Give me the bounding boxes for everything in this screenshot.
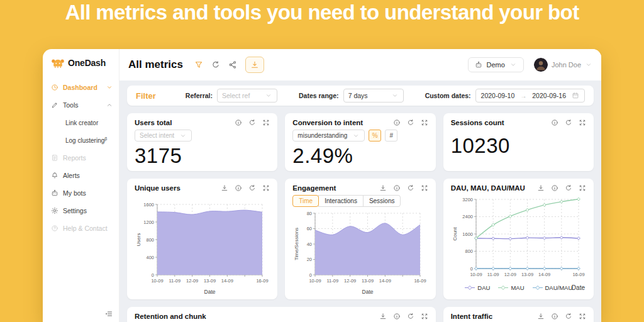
engagement-chart: 02040608010-0911-0912-0913-0914-0916-09T… bbox=[292, 208, 428, 295]
tab-interactions[interactable]: Interactions bbox=[318, 195, 364, 207]
card-sessions-count: Sessions count 10230 bbox=[443, 113, 594, 171]
download-icon[interactable] bbox=[379, 313, 387, 320]
sidebar-item-dashboard[interactable]: Dashboard bbox=[51, 79, 119, 96]
info-icon[interactable] bbox=[551, 313, 558, 320]
info-icon[interactable] bbox=[393, 119, 401, 126]
svg-text:1200: 1200 bbox=[143, 219, 154, 225]
main-area: All metrics Demo bbox=[119, 49, 601, 322]
svg-text:10-09: 10-09 bbox=[152, 278, 164, 284]
expand-icon[interactable] bbox=[262, 184, 270, 192]
sidebar-item-help-contact[interactable]: Help & Contact bbox=[51, 219, 119, 237]
funnel-icon[interactable] bbox=[194, 60, 203, 69]
percent-toggle[interactable]: % bbox=[369, 130, 381, 142]
svg-text:Date: Date bbox=[204, 289, 216, 295]
refresh-icon[interactable] bbox=[565, 313, 572, 320]
svg-text:11-09: 11-09 bbox=[487, 272, 499, 277]
expand-icon[interactable] bbox=[579, 184, 586, 192]
custom-dates-input[interactable]: 2020-09-10 → 2020-09-16 bbox=[475, 89, 585, 103]
legend-item-dau[interactable]: DAU bbox=[464, 284, 490, 291]
number-toggle[interactable]: # bbox=[385, 130, 397, 142]
sidebar-item-reports[interactable]: Reports bbox=[51, 149, 119, 167]
svg-text:13-09: 13-09 bbox=[362, 278, 374, 284]
user-menu[interactable]: John Doe bbox=[534, 58, 592, 72]
info-icon[interactable] bbox=[551, 184, 558, 192]
download-icon[interactable] bbox=[537, 313, 545, 320]
svg-text:40: 40 bbox=[307, 242, 312, 247]
download-icon[interactable] bbox=[221, 184, 228, 192]
robot-icon bbox=[51, 189, 58, 197]
collapse-sidebar-icon[interactable] bbox=[104, 309, 113, 318]
refresh-icon[interactable] bbox=[407, 119, 414, 126]
expand-icon[interactable] bbox=[421, 184, 428, 192]
refresh-icon[interactable] bbox=[211, 60, 220, 69]
svg-text:800: 800 bbox=[465, 248, 473, 254]
user-name: John Doe bbox=[552, 61, 581, 69]
info-icon[interactable] bbox=[235, 119, 242, 126]
tab-sessions[interactable]: Sessions bbox=[363, 195, 401, 207]
sidebar-item-settings[interactable]: Settings bbox=[51, 202, 119, 219]
info-icon[interactable] bbox=[235, 184, 242, 192]
svg-text:12-09: 12-09 bbox=[186, 278, 198, 284]
expand-icon[interactable] bbox=[262, 119, 270, 126]
referral-select[interactable]: Select ref bbox=[217, 89, 277, 103]
onedash-logo-icon bbox=[51, 57, 65, 69]
refresh-icon[interactable] bbox=[407, 313, 414, 320]
card-title: Conversion to intent bbox=[292, 119, 392, 126]
sidebar-item-log-clustering[interactable]: Log clusteringβ bbox=[51, 131, 119, 149]
main-header: All metrics Demo bbox=[119, 49, 601, 80]
download-icon[interactable] bbox=[537, 184, 545, 192]
chevron-down-icon bbox=[352, 132, 360, 140]
filter-title: Filter bbox=[136, 91, 156, 101]
dates-range-select[interactable]: 7 days bbox=[343, 89, 404, 103]
svg-text:13-09: 13-09 bbox=[521, 272, 533, 277]
sidebar-item-label: Link creator bbox=[65, 119, 113, 126]
svg-text:10-09: 10-09 bbox=[470, 272, 482, 277]
filter-bar: Filter Referral: Select ref Dates range:… bbox=[127, 86, 594, 106]
intent-select[interactable]: Select intent bbox=[135, 130, 192, 142]
card-title: Unique users bbox=[135, 184, 221, 192]
sidebar-item-tools[interactable]: Tools bbox=[51, 96, 119, 114]
expand-icon[interactable] bbox=[579, 119, 586, 126]
legend-item-dau-mau[interactable]: DAU/MAU bbox=[532, 284, 573, 291]
sidebar-item-alerts[interactable]: Alerts bbox=[51, 167, 119, 184]
svg-text:80: 80 bbox=[307, 211, 312, 216]
expand-icon[interactable] bbox=[579, 313, 586, 320]
card-title: Users total bbox=[135, 119, 235, 126]
download-button[interactable] bbox=[245, 57, 264, 73]
sidebar-item-label: Tools bbox=[63, 101, 101, 109]
expand-icon[interactable] bbox=[421, 119, 428, 126]
card-intent-traffic: Intent traffic bbox=[443, 307, 594, 322]
legend-item-mau[interactable]: MAU bbox=[497, 284, 524, 291]
engagement-tabs: TimeInteractionsSessions bbox=[292, 195, 428, 207]
conversion-intent-select[interactable]: misunderstanding bbox=[292, 130, 365, 142]
info-icon[interactable] bbox=[551, 119, 558, 126]
info-icon[interactable] bbox=[393, 184, 401, 192]
tab-time[interactable]: Time bbox=[292, 195, 319, 207]
intent-placeholder: Select intent bbox=[140, 132, 174, 139]
svg-text:Time/Sessions: Time/Sessions bbox=[294, 228, 299, 260]
refresh-icon[interactable] bbox=[565, 184, 572, 192]
refresh-icon[interactable] bbox=[248, 184, 256, 192]
sidebar-item-my-bots[interactable]: My bots bbox=[51, 184, 119, 202]
svg-text:0: 0 bbox=[309, 272, 312, 278]
sidebar-item-link-creator[interactable]: Link creator bbox=[51, 114, 119, 131]
expand-icon[interactable] bbox=[421, 313, 428, 320]
sidebar-item-label: My bots bbox=[63, 189, 113, 197]
refresh-icon[interactable] bbox=[565, 119, 572, 126]
gear-icon bbox=[51, 207, 58, 214]
sidebar-nav: DashboardToolsLink creatorLog clustering… bbox=[51, 79, 119, 237]
refresh-icon[interactable] bbox=[407, 184, 414, 192]
download-icon[interactable] bbox=[379, 184, 387, 192]
svg-text:11-09: 11-09 bbox=[169, 278, 181, 284]
bot-selector-button[interactable]: Demo bbox=[468, 57, 524, 72]
refresh-icon[interactable] bbox=[248, 119, 256, 126]
share-icon[interactable] bbox=[228, 60, 237, 69]
date-from-value: 2020-09-10 bbox=[481, 92, 515, 99]
dau-mau-chart: 080016002400320010-0911-0912-0913-0914-0… bbox=[451, 193, 586, 284]
dashboard-icon bbox=[51, 84, 58, 91]
sidebar: OneDash DashboardToolsLink creatorLog cl… bbox=[43, 49, 119, 322]
svg-text:0: 0 bbox=[470, 266, 473, 272]
info-icon[interactable] bbox=[393, 313, 401, 320]
bot-selector-label: Demo bbox=[487, 61, 505, 69]
card-retention: Retention and chunk bbox=[127, 307, 436, 322]
